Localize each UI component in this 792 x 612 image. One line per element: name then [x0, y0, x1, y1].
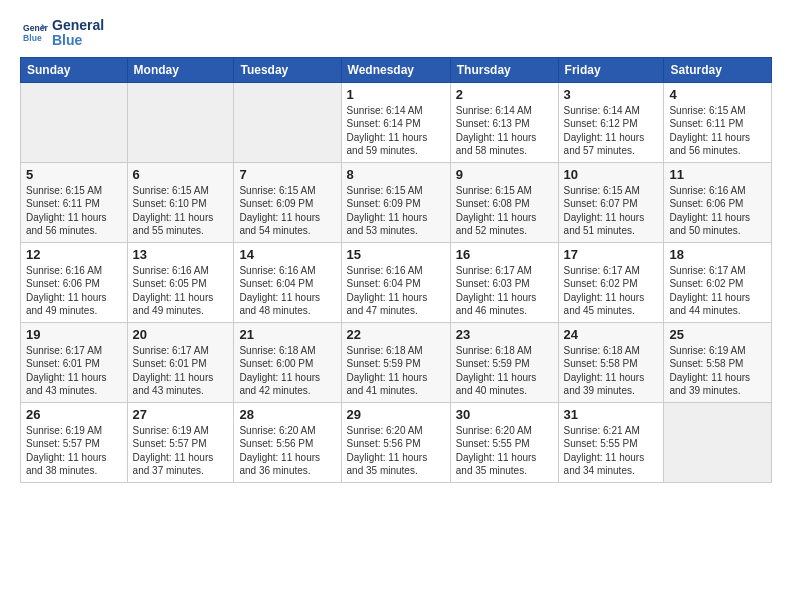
- week-row-1: 1Sunrise: 6:14 AM Sunset: 6:14 PM Daylig…: [21, 82, 772, 162]
- weekday-header-saturday: Saturday: [664, 57, 772, 82]
- calendar-cell: 9Sunrise: 6:15 AM Sunset: 6:08 PM Daylig…: [450, 162, 558, 242]
- calendar-cell: 21Sunrise: 6:18 AM Sunset: 6:00 PM Dayli…: [234, 322, 341, 402]
- day-number: 17: [564, 247, 659, 262]
- calendar-cell: 17Sunrise: 6:17 AM Sunset: 6:02 PM Dayli…: [558, 242, 664, 322]
- day-number: 20: [133, 327, 229, 342]
- day-number: 16: [456, 247, 553, 262]
- calendar-cell: 23Sunrise: 6:18 AM Sunset: 5:59 PM Dayli…: [450, 322, 558, 402]
- day-number: 11: [669, 167, 766, 182]
- day-number: 8: [347, 167, 445, 182]
- week-row-3: 12Sunrise: 6:16 AM Sunset: 6:06 PM Dayli…: [21, 242, 772, 322]
- calendar-cell: 15Sunrise: 6:16 AM Sunset: 6:04 PM Dayli…: [341, 242, 450, 322]
- logo-text-general: General: [52, 18, 104, 33]
- day-info: Sunrise: 6:16 AM Sunset: 6:05 PM Dayligh…: [133, 264, 229, 318]
- calendar-cell: 29Sunrise: 6:20 AM Sunset: 5:56 PM Dayli…: [341, 402, 450, 482]
- calendar-cell: [234, 82, 341, 162]
- logo-text-blue: Blue: [52, 33, 104, 48]
- day-info: Sunrise: 6:15 AM Sunset: 6:08 PM Dayligh…: [456, 184, 553, 238]
- week-row-5: 26Sunrise: 6:19 AM Sunset: 5:57 PM Dayli…: [21, 402, 772, 482]
- weekday-header-row: SundayMondayTuesdayWednesdayThursdayFrid…: [21, 57, 772, 82]
- calendar-cell: 26Sunrise: 6:19 AM Sunset: 5:57 PM Dayli…: [21, 402, 128, 482]
- calendar-cell: 28Sunrise: 6:20 AM Sunset: 5:56 PM Dayli…: [234, 402, 341, 482]
- day-info: Sunrise: 6:17 AM Sunset: 6:01 PM Dayligh…: [26, 344, 122, 398]
- day-number: 10: [564, 167, 659, 182]
- calendar-cell: 6Sunrise: 6:15 AM Sunset: 6:10 PM Daylig…: [127, 162, 234, 242]
- weekday-header-friday: Friday: [558, 57, 664, 82]
- day-info: Sunrise: 6:14 AM Sunset: 6:14 PM Dayligh…: [347, 104, 445, 158]
- week-row-4: 19Sunrise: 6:17 AM Sunset: 6:01 PM Dayli…: [21, 322, 772, 402]
- day-number: 2: [456, 87, 553, 102]
- day-info: Sunrise: 6:16 AM Sunset: 6:04 PM Dayligh…: [239, 264, 335, 318]
- calendar-cell: [664, 402, 772, 482]
- day-number: 26: [26, 407, 122, 422]
- day-info: Sunrise: 6:20 AM Sunset: 5:56 PM Dayligh…: [347, 424, 445, 478]
- day-info: Sunrise: 6:15 AM Sunset: 6:11 PM Dayligh…: [669, 104, 766, 158]
- day-info: Sunrise: 6:18 AM Sunset: 6:00 PM Dayligh…: [239, 344, 335, 398]
- day-info: Sunrise: 6:17 AM Sunset: 6:02 PM Dayligh…: [669, 264, 766, 318]
- weekday-header-thursday: Thursday: [450, 57, 558, 82]
- calendar-cell: 13Sunrise: 6:16 AM Sunset: 6:05 PM Dayli…: [127, 242, 234, 322]
- day-number: 21: [239, 327, 335, 342]
- calendar-cell: [21, 82, 128, 162]
- calendar-cell: 5Sunrise: 6:15 AM Sunset: 6:11 PM Daylig…: [21, 162, 128, 242]
- page: General Blue General Blue SundayMondayTu…: [0, 0, 792, 612]
- calendar-cell: 24Sunrise: 6:18 AM Sunset: 5:58 PM Dayli…: [558, 322, 664, 402]
- day-number: 19: [26, 327, 122, 342]
- weekday-header-sunday: Sunday: [21, 57, 128, 82]
- calendar-cell: 10Sunrise: 6:15 AM Sunset: 6:07 PM Dayli…: [558, 162, 664, 242]
- day-number: 22: [347, 327, 445, 342]
- day-info: Sunrise: 6:15 AM Sunset: 6:11 PM Dayligh…: [26, 184, 122, 238]
- day-info: Sunrise: 6:16 AM Sunset: 6:06 PM Dayligh…: [26, 264, 122, 318]
- day-number: 23: [456, 327, 553, 342]
- day-info: Sunrise: 6:15 AM Sunset: 6:09 PM Dayligh…: [347, 184, 445, 238]
- weekday-header-wednesday: Wednesday: [341, 57, 450, 82]
- svg-text:General: General: [23, 24, 48, 34]
- day-info: Sunrise: 6:18 AM Sunset: 5:59 PM Dayligh…: [347, 344, 445, 398]
- calendar-cell: 14Sunrise: 6:16 AM Sunset: 6:04 PM Dayli…: [234, 242, 341, 322]
- day-number: 5: [26, 167, 122, 182]
- day-info: Sunrise: 6:19 AM Sunset: 5:57 PM Dayligh…: [133, 424, 229, 478]
- header: General Blue General Blue: [20, 18, 772, 49]
- day-info: Sunrise: 6:15 AM Sunset: 6:10 PM Dayligh…: [133, 184, 229, 238]
- calendar-cell: 25Sunrise: 6:19 AM Sunset: 5:58 PM Dayli…: [664, 322, 772, 402]
- day-info: Sunrise: 6:17 AM Sunset: 6:03 PM Dayligh…: [456, 264, 553, 318]
- calendar-cell: 11Sunrise: 6:16 AM Sunset: 6:06 PM Dayli…: [664, 162, 772, 242]
- day-info: Sunrise: 6:17 AM Sunset: 6:01 PM Dayligh…: [133, 344, 229, 398]
- day-number: 3: [564, 87, 659, 102]
- day-number: 12: [26, 247, 122, 262]
- weekday-header-tuesday: Tuesday: [234, 57, 341, 82]
- day-info: Sunrise: 6:18 AM Sunset: 5:58 PM Dayligh…: [564, 344, 659, 398]
- day-info: Sunrise: 6:19 AM Sunset: 5:58 PM Dayligh…: [669, 344, 766, 398]
- logo: General Blue General Blue: [20, 18, 104, 49]
- day-number: 9: [456, 167, 553, 182]
- day-number: 4: [669, 87, 766, 102]
- calendar-cell: 19Sunrise: 6:17 AM Sunset: 6:01 PM Dayli…: [21, 322, 128, 402]
- weekday-header-monday: Monday: [127, 57, 234, 82]
- day-number: 15: [347, 247, 445, 262]
- calendar-cell: 2Sunrise: 6:14 AM Sunset: 6:13 PM Daylig…: [450, 82, 558, 162]
- day-info: Sunrise: 6:19 AM Sunset: 5:57 PM Dayligh…: [26, 424, 122, 478]
- day-info: Sunrise: 6:14 AM Sunset: 6:12 PM Dayligh…: [564, 104, 659, 158]
- day-info: Sunrise: 6:18 AM Sunset: 5:59 PM Dayligh…: [456, 344, 553, 398]
- calendar-cell: 22Sunrise: 6:18 AM Sunset: 5:59 PM Dayli…: [341, 322, 450, 402]
- calendar-cell: [127, 82, 234, 162]
- day-number: 30: [456, 407, 553, 422]
- day-info: Sunrise: 6:20 AM Sunset: 5:55 PM Dayligh…: [456, 424, 553, 478]
- day-number: 13: [133, 247, 229, 262]
- day-number: 27: [133, 407, 229, 422]
- day-info: Sunrise: 6:16 AM Sunset: 6:04 PM Dayligh…: [347, 264, 445, 318]
- day-number: 18: [669, 247, 766, 262]
- day-number: 7: [239, 167, 335, 182]
- day-number: 25: [669, 327, 766, 342]
- calendar-cell: 30Sunrise: 6:20 AM Sunset: 5:55 PM Dayli…: [450, 402, 558, 482]
- day-info: Sunrise: 6:15 AM Sunset: 6:07 PM Dayligh…: [564, 184, 659, 238]
- calendar-cell: 12Sunrise: 6:16 AM Sunset: 6:06 PM Dayli…: [21, 242, 128, 322]
- day-number: 14: [239, 247, 335, 262]
- calendar-cell: 8Sunrise: 6:15 AM Sunset: 6:09 PM Daylig…: [341, 162, 450, 242]
- day-number: 28: [239, 407, 335, 422]
- day-info: Sunrise: 6:16 AM Sunset: 6:06 PM Dayligh…: [669, 184, 766, 238]
- day-number: 6: [133, 167, 229, 182]
- svg-text:Blue: Blue: [23, 33, 42, 43]
- calendar-cell: 1Sunrise: 6:14 AM Sunset: 6:14 PM Daylig…: [341, 82, 450, 162]
- day-number: 29: [347, 407, 445, 422]
